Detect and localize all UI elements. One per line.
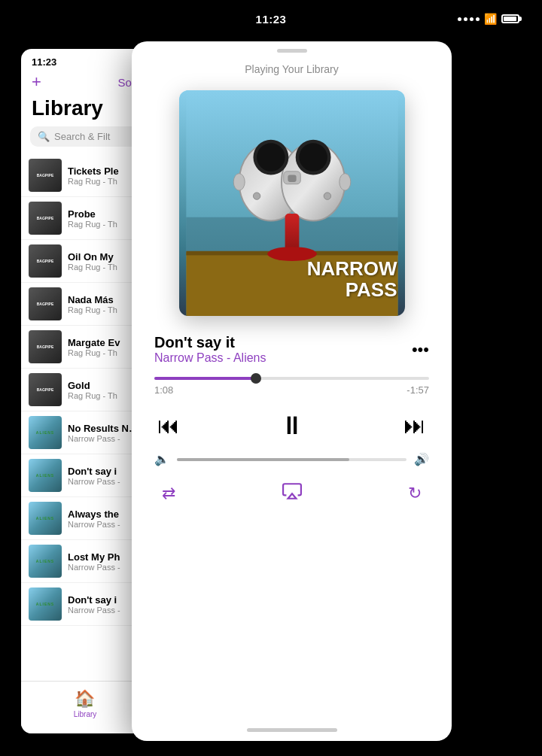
track-text: Don't say it Narrow Pass - Aliens <box>154 334 412 365</box>
track-info-text: Probe Rag Rug - Th <box>68 208 142 229</box>
time-elapsed: 1:08 <box>154 384 173 396</box>
track-title-text: Gold <box>68 380 142 391</box>
track-thumb: BAGPIPE <box>29 330 62 363</box>
track-thumb: ALIENS <box>29 502 62 535</box>
progress-container[interactable]: 1:08 -1:57 <box>132 377 452 396</box>
library-status-bar: 11:23 <box>21 49 149 68</box>
library-header: + Sort <box>21 68 149 96</box>
playback-controls: ⏮ ⏸ ⏭ <box>132 408 452 443</box>
track-title-text: Don't say i <box>68 466 142 477</box>
time-remaining: -1:57 <box>406 384 429 396</box>
track-title-text: Tickets Ple <box>68 165 142 177</box>
wifi-icon: 📶 <box>484 13 497 25</box>
rewind-button[interactable]: ⏮ <box>154 410 183 442</box>
track-thumb: BAGPIPE <box>29 373 62 406</box>
track-sub-text: Rag Rug - Th <box>68 348 142 357</box>
library-item[interactable]: ALIENS No Results Narrow Pass Narrow Pas… <box>21 411 149 454</box>
library-item[interactable]: BAGPIPE Tickets Ple Rag Rug - Th <box>21 154 149 197</box>
add-button[interactable]: + <box>32 74 41 90</box>
status-bar: 11:23 📶 <box>0 0 542 38</box>
search-placeholder: Search & Filt <box>54 131 110 142</box>
library-list: BAGPIPE Tickets Ple Rag Rug - Th BAGPIPE… <box>21 154 149 626</box>
library-item[interactable]: BAGPIPE Nada Más Rag Rug - Th <box>21 283 149 326</box>
track-more-button[interactable]: ••• <box>412 340 429 360</box>
volume-fill <box>177 458 349 461</box>
search-icon: 🔍 <box>38 131 50 142</box>
shuffle-button[interactable]: ⇄ <box>162 484 175 503</box>
tab-library-label: Library <box>74 710 97 718</box>
progress-times: 1:08 -1:57 <box>154 384 429 396</box>
track-sub-text: Rag Rug - Th <box>68 305 142 314</box>
track-thumb: BAGPIPE <box>29 202 62 235</box>
volume-container: 🔈 🔊 <box>132 452 452 466</box>
library-item[interactable]: ALIENS Lost My Ph Narrow Pass - <box>21 540 149 583</box>
airplay-button[interactable] <box>282 481 302 506</box>
library-item[interactable]: ALIENS Don't say i Narrow Pass - <box>21 583 149 626</box>
player-subtitle: Playing Your Library <box>245 63 339 75</box>
repeat-button[interactable]: ↻ <box>408 484 422 503</box>
svg-rect-11 <box>288 175 296 182</box>
dot-2 <box>464 17 467 21</box>
pause-button[interactable]: ⏸ <box>276 408 308 443</box>
track-sub-text: Narrow Pass - <box>68 563 142 572</box>
track-thumb: ALIENS <box>29 416 62 449</box>
svg-point-16 <box>233 174 245 191</box>
dot-1 <box>458 17 461 21</box>
svg-point-17 <box>339 174 350 191</box>
track-sub-text: Rag Rug - Th <box>68 391 142 400</box>
track-sub-text: Narrow Pass - <box>68 606 142 615</box>
track-title-text: Probe <box>68 208 142 220</box>
library-item[interactable]: BAGPIPE Probe Rag Rug - Th <box>21 197 149 240</box>
extra-controls: ⇄ ↻ <box>132 481 452 506</box>
narrow-text: NARROW <box>307 258 397 280</box>
track-title-text: No Results Narrow Pass <box>68 423 142 434</box>
track-thumb: BAGPIPE <box>29 244 62 278</box>
track-info-text: Always the Narrow Pass - <box>68 509 142 529</box>
volume-bar[interactable] <box>177 458 406 461</box>
battery-fill <box>504 17 516 21</box>
track-info-text: Nada Más Rag Rug - Th <box>68 294 142 314</box>
progress-fill <box>154 377 256 380</box>
track-info-text: Don't say i Narrow Pass - <box>68 594 142 615</box>
svg-point-15 <box>324 193 330 199</box>
album-art: ALIENS <box>179 90 405 316</box>
track-title-text: Always the <box>68 509 142 520</box>
library-item[interactable]: ALIENS Don't say i Narrow Pass - <box>21 454 149 497</box>
track-sub-text: Rag Rug - Th <box>68 220 142 229</box>
track-info: Don't say it Narrow Pass - Aliens ••• <box>132 334 452 365</box>
track-sub-text: Narrow Pass - <box>68 477 142 486</box>
track-sub-text: Narrow Pass - <box>68 520 142 529</box>
volume-low-icon: 🔈 <box>154 452 169 466</box>
pass-text: PASS <box>307 279 397 301</box>
track-thumb: BAGPIPE <box>29 287 62 320</box>
track-thumb: ALIENS <box>29 587 62 621</box>
tab-library[interactable]: 🏠 Library <box>74 689 97 718</box>
track-info-text: Tickets Ple Rag Rug - Th <box>68 165 142 186</box>
library-item[interactable]: BAGPIPE Margate Ev Rag Rug - Th <box>21 326 149 369</box>
track-artist: Narrow Pass - Aliens <box>154 351 412 365</box>
svg-marker-18 <box>288 493 296 499</box>
library-item[interactable]: BAGPIPE Oil On My Rag Rug - Th <box>21 240 149 283</box>
library-search[interactable]: 🔍 Search & Filt <box>30 126 140 147</box>
dot-3 <box>470 17 473 21</box>
library-item[interactable]: BAGPIPE Gold Rag Rug - Th <box>21 369 149 411</box>
library-item[interactable]: ALIENS Always the Narrow Pass - <box>21 497 149 540</box>
player-handle[interactable] <box>277 49 307 53</box>
track-info-text: Oil On My Rag Rug - Th <box>68 251 142 272</box>
library-time: 11:23 <box>32 56 56 68</box>
player-panel: Playing Your Library ALIENS <box>132 41 452 741</box>
fastforward-button[interactable]: ⏭ <box>400 410 429 442</box>
svg-point-14 <box>253 193 260 199</box>
track-thumb: BAGPIPE <box>29 159 62 192</box>
track-thumb: ALIENS <box>29 545 62 578</box>
track-sub-text: Rag Rug - Th <box>68 263 142 272</box>
progress-thumb[interactable] <box>251 373 261 384</box>
track-title-text: Lost My Ph <box>68 551 142 563</box>
progress-bar[interactable] <box>154 377 429 380</box>
track-info-text: Margate Ev Rag Rug - Th <box>68 337 142 357</box>
library-icon: 🏠 <box>75 689 95 709</box>
track-title: Don't say it <box>154 334 412 351</box>
track-title-text: Nada Más <box>68 294 142 305</box>
track-title-text: Oil On My <box>68 251 142 263</box>
track-sub-text: Narrow Pass - <box>68 434 142 443</box>
